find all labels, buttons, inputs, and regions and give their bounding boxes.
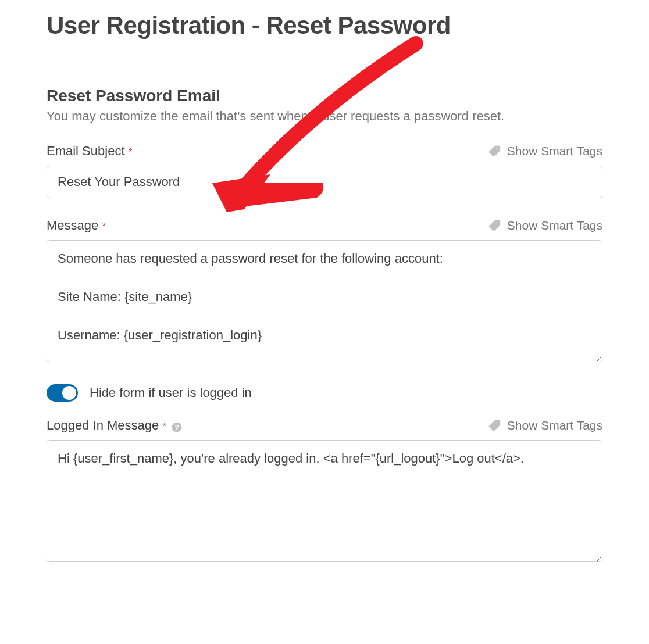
email-subject-label: Email Subject — [47, 144, 125, 158]
section-title: Reset Password Email — [47, 87, 602, 105]
help-icon[interactable]: ? — [171, 421, 183, 433]
tag-icon — [488, 219, 501, 232]
logged-in-smart-tags-link[interactable]: Show Smart Tags — [488, 418, 602, 432]
logged-in-message-textarea[interactable] — [47, 440, 602, 562]
hide-form-toggle[interactable] — [47, 384, 78, 402]
hide-form-toggle-label: Hide form if user is logged in — [90, 385, 252, 400]
required-indicator: * — [129, 147, 132, 157]
divider — [47, 63, 602, 63]
svg-text:?: ? — [175, 423, 179, 431]
smart-tags-text: Show Smart Tags — [507, 219, 602, 232]
message-smart-tags-link[interactable]: Show Smart Tags — [488, 219, 602, 232]
email-subject-smart-tags-link[interactable]: Show Smart Tags — [488, 144, 602, 158]
email-subject-input[interactable] — [47, 166, 602, 198]
required-indicator: * — [163, 421, 166, 431]
smart-tags-text: Show Smart Tags — [507, 418, 602, 432]
smart-tags-text: Show Smart Tags — [507, 144, 602, 158]
section-description: You may customize the email that's sent … — [47, 109, 602, 124]
tag-icon — [488, 145, 501, 158]
message-textarea[interactable] — [47, 240, 602, 362]
required-indicator: * — [102, 221, 106, 231]
tag-icon — [488, 419, 501, 432]
page-title: User Registration - Reset Password — [47, 0, 602, 63]
message-label: Message — [47, 218, 98, 232]
logged-in-message-label: Logged In Message — [47, 418, 159, 432]
